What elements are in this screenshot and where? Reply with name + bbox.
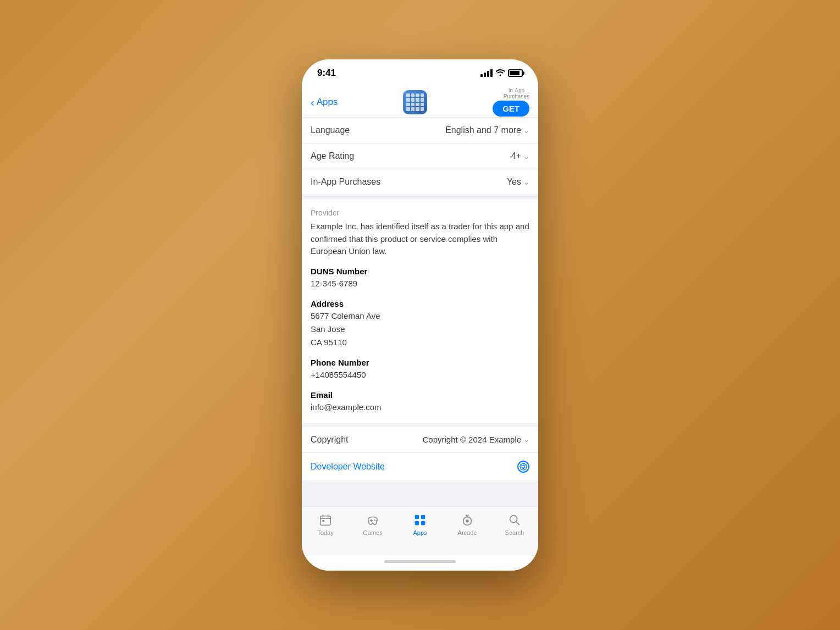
games-label: Games [363, 529, 382, 536]
search-icon [507, 512, 522, 528]
apps-label: Apps [413, 529, 427, 536]
svg-rect-15 [421, 521, 425, 525]
status-time: 9:41 [317, 68, 336, 79]
developer-website-link[interactable]: Developer Website [311, 462, 385, 472]
age-rating-row[interactable]: Age Rating 4+ ⌄ [302, 143, 538, 169]
iap-label: In-AppPurchases [504, 87, 529, 100]
app-icon-container [344, 90, 486, 114]
address-line3: CA 95110 [311, 338, 347, 347]
home-indicator [302, 556, 538, 571]
phone-value: +14085554450 [311, 368, 529, 382]
address-value: 5677 Coleman Ave San Jose CA 95110 [311, 310, 529, 349]
age-rating-value: 4+ ⌄ [511, 151, 529, 161]
duns-label: DUNS Number [311, 267, 529, 276]
iap-get-container: In-AppPurchases GET [493, 87, 529, 117]
copyright-text: Copyright © 2024 Example [423, 435, 521, 444]
battery-icon [508, 69, 523, 77]
developer-website-icon [517, 461, 529, 473]
info-section: Language English and 7 more ⌄ Age Rating… [302, 118, 538, 195]
duns-value: 12-345-6789 [311, 277, 529, 290]
back-chevron-icon: ‹ [311, 97, 314, 108]
iap-row-value: Yes ⌄ [507, 177, 529, 187]
tab-bar: Today Games [302, 506, 538, 556]
bottom-spacer [302, 480, 538, 491]
email-value: info@example.com [311, 401, 529, 414]
svg-rect-7 [322, 520, 324, 522]
address-line1: 5677 Coleman Ave [311, 311, 380, 320]
copyright-row[interactable]: Copyright Copyright © 2024 Example ⌄ [302, 427, 538, 453]
provider-title: Provider [311, 208, 529, 217]
svg-point-0 [520, 463, 527, 470]
status-icons [480, 69, 523, 78]
provider-description: Example Inc. has identified itself as a … [311, 220, 529, 258]
iap-row[interactable]: In-App Purchases Yes ⌄ [302, 169, 538, 195]
language-text: English and 7 more [445, 125, 521, 135]
signal-bars-icon [480, 69, 493, 77]
phone-detail: Phone Number +14085554450 [311, 358, 529, 382]
language-chevron-icon: ⌄ [523, 126, 529, 135]
tab-games[interactable]: Games [349, 512, 396, 536]
back-button[interactable]: ‹ Apps [311, 97, 338, 108]
copyright-chevron-icon: ⌄ [523, 435, 529, 444]
home-bar [384, 560, 456, 563]
email-label: Email [311, 390, 529, 400]
phone-frame: 9:41 ‹ Apps [302, 59, 538, 571]
email-detail: Email info@example.com [311, 390, 529, 414]
today-icon [318, 512, 333, 528]
svg-rect-13 [421, 515, 425, 519]
age-rating-text: 4+ [511, 151, 521, 161]
phone-label: Phone Number [311, 358, 529, 367]
address-line2: San Jose [311, 324, 345, 334]
copyright-label: Copyright [311, 435, 348, 445]
app-icon [403, 90, 427, 114]
language-label: Language [311, 125, 350, 135]
games-icon [365, 512, 380, 528]
app-icon-grid [406, 93, 424, 111]
svg-point-17 [466, 520, 469, 523]
svg-rect-3 [320, 516, 331, 526]
copyright-section: Copyright Copyright © 2024 Example ⌄ Dev… [302, 427, 538, 480]
svg-point-11 [375, 520, 377, 521]
search-label: Search [505, 529, 524, 536]
age-rating-label: Age Rating [311, 151, 354, 161]
today-label: Today [317, 529, 333, 536]
developer-website-row[interactable]: Developer Website [302, 453, 538, 480]
get-button[interactable]: GET [493, 101, 529, 117]
provider-section: Provider Example Inc. has identified its… [302, 200, 538, 423]
svg-point-10 [374, 520, 375, 521]
address-detail: Address 5677 Coleman Ave San Jose CA 951… [311, 299, 529, 349]
tab-arcade[interactable]: Arcade [444, 512, 491, 536]
wifi-icon [496, 69, 505, 78]
apps-icon [412, 512, 428, 528]
language-value: English and 7 more ⌄ [445, 125, 529, 135]
iap-chevron-icon: ⌄ [523, 178, 529, 186]
age-rating-chevron-icon: ⌄ [523, 152, 529, 161]
tab-search[interactable]: Search [491, 512, 538, 536]
svg-rect-14 [415, 521, 419, 525]
tab-apps[interactable]: Apps [396, 512, 444, 536]
status-bar: 9:41 [302, 59, 538, 87]
svg-line-19 [516, 522, 519, 524]
language-row[interactable]: Language English and 7 more ⌄ [302, 118, 538, 143]
svg-rect-12 [415, 515, 419, 519]
duns-detail: DUNS Number 12-345-6789 [311, 267, 529, 290]
content-area[interactable]: Language English and 7 more ⌄ Age Rating… [302, 118, 538, 506]
arcade-icon [460, 512, 475, 528]
address-label: Address [311, 299, 529, 308]
iap-row-label: In-App Purchases [311, 177, 380, 187]
copyright-value: Copyright © 2024 Example ⌄ [423, 435, 529, 444]
iap-row-text: Yes [507, 177, 521, 187]
tab-today[interactable]: Today [302, 512, 349, 536]
back-label: Apps [317, 97, 338, 108]
arcade-label: Arcade [458, 529, 477, 536]
top-nav: ‹ Apps In-AppPurchases GET [302, 87, 538, 118]
